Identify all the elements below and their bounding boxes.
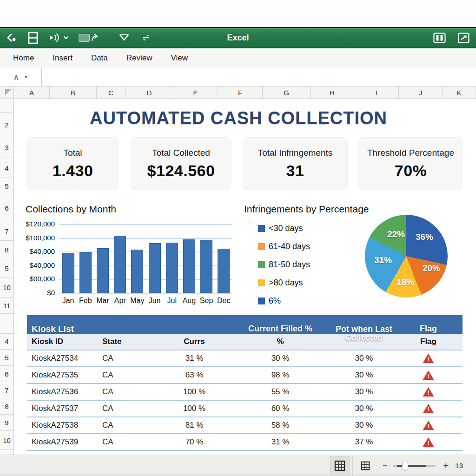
y-tick-label: $40,000 bbox=[14, 247, 55, 255]
row-header-5[interactable]: 5 bbox=[0, 350, 13, 366]
column-header-G[interactable]: G bbox=[263, 86, 311, 99]
cell-pot: 30 % bbox=[334, 387, 394, 397]
table-header-row: Kiosk List Current Filled % Pot when Las… bbox=[27, 315, 463, 334]
formula-bar: ∧ ▼ bbox=[0, 68, 476, 86]
zoom-in-button[interactable]: + bbox=[443, 460, 449, 471]
workbook-icon[interactable] bbox=[28, 32, 38, 44]
formula-input[interactable] bbox=[42, 68, 476, 86]
bar-feb[interactable] bbox=[79, 252, 92, 293]
zoom-out-button[interactable]: – bbox=[383, 461, 387, 470]
row-header-6[interactable]: 6 bbox=[0, 366, 13, 382]
warning-triangle-icon[interactable]: ! bbox=[423, 354, 434, 363]
pie-slice-label: 36% bbox=[416, 232, 433, 242]
legend-item[interactable]: <30 days bbox=[258, 224, 310, 233]
row-header-2[interactable]: 2 bbox=[0, 113, 13, 137]
y-tick-label: $00,000 bbox=[14, 275, 55, 283]
row-header-9[interactable]: 9 bbox=[0, 415, 13, 431]
row-header-blank[interactable] bbox=[0, 99, 13, 113]
row-header-4[interactable]: 4 bbox=[0, 334, 13, 350]
bar-mar[interactable] bbox=[97, 248, 109, 293]
bar-chart-title: Collections by Month bbox=[26, 204, 116, 215]
bar-dec[interactable] bbox=[218, 249, 230, 293]
row-header-10[interactable]: 10 bbox=[0, 431, 13, 450]
sort-lines-icon[interactable] bbox=[143, 34, 149, 41]
tab-view[interactable]: View bbox=[171, 53, 188, 63]
row-header-11[interactable]: 11 bbox=[0, 298, 13, 314]
kpi-card-total: Total 1.430 bbox=[27, 138, 119, 190]
split-columns-icon[interactable] bbox=[433, 33, 446, 43]
grid-view-button[interactable] bbox=[330, 456, 350, 476]
column-header-K[interactable]: K bbox=[443, 86, 476, 99]
row-header-8[interactable]: 8 bbox=[0, 398, 13, 415]
row-header-8[interactable]: 8 bbox=[0, 241, 13, 259]
clipboard-redo-icon[interactable] bbox=[79, 33, 98, 42]
row-header-7[interactable]: 7 bbox=[0, 222, 13, 241]
subcol-currs[interactable]: Currs bbox=[162, 337, 227, 346]
row-header-7[interactable]: 7 bbox=[0, 382, 13, 398]
warning-triangle-icon[interactable]: ! bbox=[423, 421, 434, 430]
table-row[interactable]: KioskA27539CA70 %31 %37 %! bbox=[27, 433, 463, 450]
col-header-pot-when-last-collected[interactable]: Pot when Last Collected bbox=[322, 325, 406, 343]
legend-item[interactable]: >80 days bbox=[258, 278, 310, 288]
tab-data[interactable]: Data bbox=[91, 53, 108, 63]
legend-item[interactable]: 6% bbox=[258, 296, 310, 306]
bar-jun[interactable] bbox=[149, 243, 161, 293]
kpi-label: Total bbox=[63, 148, 82, 158]
row-header-3[interactable]: 3 bbox=[0, 137, 13, 158]
pie-legend: <30 days61-40 days81-50 days>80 days6% bbox=[258, 224, 310, 306]
table-row[interactable]: KioskA27537CA100 %60 %30 %! bbox=[27, 400, 463, 416]
subcol-state[interactable]: State bbox=[97, 337, 162, 346]
column-header-I[interactable]: I bbox=[354, 86, 399, 99]
row-header-blank[interactable] bbox=[0, 314, 13, 334]
grid-view-small-button[interactable] bbox=[356, 456, 375, 476]
share-icon[interactable] bbox=[458, 33, 469, 43]
grid-view-icon bbox=[334, 460, 345, 471]
legend-item[interactable]: 61-40 days bbox=[258, 242, 310, 251]
bar-jan[interactable] bbox=[62, 253, 74, 293]
zoom-slider[interactable] bbox=[393, 460, 436, 471]
column-header-E[interactable]: E bbox=[173, 86, 218, 99]
bar-apr[interactable] bbox=[114, 236, 126, 293]
legend-item[interactable]: 81-50 days bbox=[258, 260, 310, 270]
row-header-6[interactable]: 6 bbox=[0, 194, 13, 222]
filter-funnel-icon[interactable] bbox=[119, 33, 130, 42]
column-header-B[interactable]: B bbox=[50, 86, 97, 99]
column-header-D[interactable]: D bbox=[126, 86, 173, 99]
name-box[interactable]: ∧ ▼ bbox=[0, 68, 42, 86]
zoom-slider-handle[interactable] bbox=[402, 461, 408, 471]
table-row[interactable]: KioskA27536CA100 %55 %30 %! bbox=[27, 383, 463, 400]
bar-jul[interactable] bbox=[166, 243, 178, 293]
column-header-A[interactable]: A bbox=[14, 86, 50, 99]
warning-triangle-icon[interactable]: ! bbox=[423, 387, 434, 397]
name-box-dropdown-icon[interactable]: ▼ bbox=[24, 75, 28, 79]
tab-home[interactable]: Home bbox=[13, 53, 34, 63]
divider bbox=[352, 456, 353, 476]
row-header-10[interactable]: 10 bbox=[0, 278, 13, 298]
column-header-J[interactable]: J bbox=[399, 86, 443, 99]
bar-sep[interactable] bbox=[200, 240, 212, 293]
tab-insert[interactable]: Insert bbox=[53, 53, 73, 63]
warning-triangle-icon[interactable]: ! bbox=[423, 437, 434, 447]
table-row[interactable]: KioskA27534CA31 %30 %30 %! bbox=[27, 350, 463, 366]
column-header-C[interactable]: C bbox=[97, 86, 126, 99]
autoplay-icon[interactable] bbox=[48, 33, 68, 43]
tab-review[interactable]: Review bbox=[126, 53, 152, 63]
cell-currs: 100 % bbox=[162, 404, 227, 413]
col-header-flag[interactable]: Flag bbox=[394, 324, 463, 334]
subcol-kiosk-id[interactable]: Kiosk ID bbox=[27, 337, 97, 346]
subcol-percent[interactable]: % bbox=[227, 337, 334, 346]
row-header-5[interactable]: 5 bbox=[0, 259, 13, 278]
bar-aug[interactable] bbox=[183, 239, 195, 293]
table-row[interactable]: KioskA27535CA63 %98 %30 %! bbox=[27, 366, 463, 383]
warning-triangle-icon[interactable]: ! bbox=[423, 370, 434, 380]
col-header-current-filled[interactable]: Current Filled % bbox=[227, 324, 334, 334]
warning-triangle-icon[interactable]: ! bbox=[423, 404, 434, 413]
row-header-4[interactable]: 4 bbox=[0, 158, 13, 178]
bar-may[interactable] bbox=[131, 250, 143, 293]
table-row[interactable]: KioskA27538CA81 %58 %30 %! bbox=[27, 416, 463, 433]
sidebar-back-icon[interactable] bbox=[7, 33, 18, 42]
column-header-F[interactable]: F bbox=[218, 86, 263, 99]
column-header-H[interactable]: H bbox=[311, 86, 354, 99]
row-header-5[interactable]: 5 bbox=[0, 178, 13, 194]
select-all-corner[interactable] bbox=[0, 86, 14, 99]
